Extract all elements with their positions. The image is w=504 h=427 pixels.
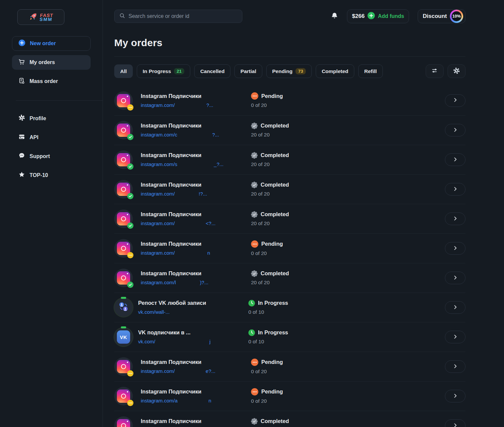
- search-input[interactable]: [128, 13, 237, 19]
- status-label: Pending: [261, 240, 283, 247]
- order-link[interactable]: instagram.com/!?...: [141, 191, 251, 197]
- chevron-right-icon: [452, 127, 458, 134]
- order-status: Pending 0 of 20: [251, 92, 283, 109]
- sidebar-item-label: Profile: [30, 116, 46, 122]
- order-details-button[interactable]: [445, 94, 465, 107]
- tab-pending[interactable]: Pending 73: [266, 64, 312, 78]
- order-row[interactable]: Instagram Подписчики instagram.com/l)?..…: [114, 263, 465, 293]
- completed-status-icon: [251, 418, 258, 425]
- order-row[interactable]: VK VK подписчики в ... vk.com/j In Progr…: [114, 322, 465, 352]
- order-details-button[interactable]: [445, 213, 465, 225]
- order-title: Instagram Подписчики: [141, 181, 251, 188]
- order-link[interactable]: instagram.com/s_?...: [141, 161, 251, 168]
- tab-count-badge: 73: [295, 68, 306, 74]
- order-link[interactable]: instagram.com/c?...: [141, 131, 251, 138]
- logo-smm: SMM: [39, 17, 53, 21]
- chevron-right-icon: [452, 156, 458, 163]
- tab-refill[interactable]: Refill: [358, 64, 383, 78]
- sidebar-item-support[interactable]: Support: [18, 147, 103, 166]
- rocket-icon: [29, 12, 38, 22]
- sidebar-item-my-orders[interactable]: My orders: [12, 55, 91, 70]
- status-label: Completed: [261, 152, 289, 159]
- order-link[interactable]: vk.com/wall-...: [138, 309, 248, 315]
- chat-bubble-icon: [18, 152, 25, 160]
- order-details-button[interactable]: [445, 272, 465, 284]
- header-divider: [114, 56, 465, 57]
- sidebar-item-top10[interactable]: TOP-10: [18, 166, 103, 185]
- sidebar-item-label: Mass order: [30, 78, 58, 84]
- completed-status-icon: [251, 182, 258, 188]
- chevron-right-icon: [452, 393, 458, 400]
- order-row[interactable]: Instagram Подписчики instagram.com/c?...…: [114, 115, 465, 145]
- order-link[interactable]: instagram.com/l)?...: [141, 279, 251, 286]
- app-logo[interactable]: FAST SMM: [17, 9, 64, 25]
- order-link[interactable]: vk.com/j: [138, 338, 248, 345]
- order-title: Instagram Подписчики: [141, 211, 251, 218]
- order-row[interactable]: Instagram Подписчики instagram.com/!?...…: [114, 174, 465, 204]
- order-details-button[interactable]: [445, 419, 465, 427]
- terminal-card-icon: [18, 133, 25, 141]
- vk-icon: VK: [117, 330, 130, 344]
- add-funds-icon: [368, 12, 375, 21]
- sidebar-item-label: Support: [30, 153, 50, 159]
- sidebar-item-new-order[interactable]: New order: [12, 36, 91, 51]
- search-box[interactable]: [114, 10, 242, 23]
- add-funds-label: Add funds: [378, 13, 404, 19]
- order-details-button[interactable]: [445, 183, 465, 196]
- order-details-button[interactable]: [445, 390, 465, 402]
- order-link[interactable]: instagram.com/n: [141, 250, 251, 256]
- order-link[interactable]: instagram.com/e?...: [141, 368, 251, 375]
- order-details-button[interactable]: [445, 242, 465, 255]
- service-avatar: [114, 210, 133, 228]
- gear-icon: [18, 114, 25, 123]
- tab-partial[interactable]: Partial: [234, 64, 262, 78]
- order-status: Completed 20 of 20: [251, 152, 289, 168]
- order-title: Instagram Подписчики: [141, 359, 251, 366]
- order-row[interactable]: Instagram Подписчики instagram.com/ Comp…: [114, 411, 465, 427]
- chevron-right-icon: [452, 334, 458, 341]
- tab-cancelled[interactable]: Cancelled: [194, 64, 230, 78]
- order-row[interactable]: Репост VK любой записи vk.com/wall-... I…: [114, 293, 465, 322]
- sidebar-item-label: New order: [30, 41, 56, 46]
- app-window: FAST SMM New order My orders: [0, 0, 504, 427]
- order-status: Completed 20 of 20: [251, 211, 289, 227]
- status-label: Pending: [261, 359, 283, 366]
- sidebar-item-mass-order[interactable]: Mass order: [12, 74, 91, 89]
- service-avatar: [114, 416, 133, 427]
- order-details-button[interactable]: [445, 153, 465, 166]
- notifications-button[interactable]: [331, 12, 338, 21]
- tab-all[interactable]: All: [114, 64, 133, 78]
- filter-button[interactable]: [426, 64, 444, 78]
- completed-status-icon: [251, 270, 258, 277]
- order-title: Instagram Подписчики: [141, 270, 251, 277]
- order-status: Pending 0 of 20: [251, 388, 283, 404]
- order-row[interactable]: Instagram Подписчики instagram.com/?... …: [114, 86, 465, 115]
- gear-icon: [453, 67, 460, 75]
- chevron-right-icon: [452, 97, 458, 104]
- settings-button[interactable]: [448, 64, 465, 78]
- order-link[interactable]: instagram.com/an: [141, 397, 251, 404]
- order-details-button[interactable]: [445, 360, 465, 373]
- sidebar-item-api[interactable]: API: [18, 128, 103, 147]
- order-details-button[interactable]: [445, 124, 465, 136]
- order-link[interactable]: instagram.com/<?...: [141, 220, 251, 227]
- order-details-button[interactable]: [445, 331, 465, 343]
- tab-in-progress[interactable]: In Progress 21: [137, 64, 190, 78]
- sidebar-item-profile[interactable]: Profile: [18, 109, 103, 128]
- balance-pill[interactable]: $266 Add funds: [347, 9, 409, 23]
- order-details-button[interactable]: [445, 301, 465, 314]
- discount-value: 10%: [452, 11, 462, 21]
- order-row[interactable]: Instagram Подписчики instagram.com/an Pe…: [114, 381, 465, 411]
- order-row[interactable]: Instagram Подписчики instagram.com/<?...…: [114, 204, 465, 233]
- tab-completed[interactable]: Completed: [316, 64, 354, 78]
- topbar: $266 Add funds Discount 10%: [114, 9, 465, 23]
- order-progress: 0 of 20: [251, 250, 283, 257]
- order-row[interactable]: Instagram Подписчики instagram.com/e?...…: [114, 352, 465, 381]
- order-link[interactable]: instagram.com/?...: [141, 102, 251, 109]
- main-content: $266 Add funds Discount 10% My orders Al…: [103, 0, 504, 427]
- order-row[interactable]: Instagram Подписчики instagram.com/s_?..…: [114, 145, 465, 174]
- order-row[interactable]: Instagram Подписчики instagram.com/n Pen…: [114, 233, 465, 263]
- check-badge-icon: [127, 163, 133, 170]
- discount-pill[interactable]: Discount 10%: [418, 9, 465, 23]
- service-avatar: [114, 91, 133, 110]
